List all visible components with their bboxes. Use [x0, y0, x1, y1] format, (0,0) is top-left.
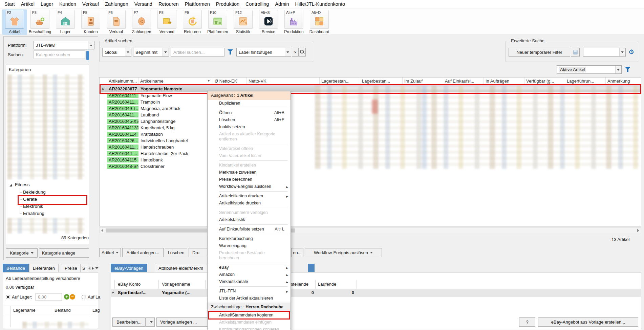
column-header[interactable]: Lagername — [13, 308, 36, 313]
new-temp-filter-button[interactable]: Neuer temporärer Filter — [509, 48, 570, 57]
table-h-scrollbar[interactable] — [99, 227, 641, 233]
column-header[interactable]: Lagerführun... — [565, 78, 606, 85]
context-menu-item[interactable]: Duplizieren — [208, 100, 291, 107]
tree-item-elektronik[interactable]: Elektronik — [23, 204, 43, 209]
tree-expander-icon[interactable] — [9, 184, 12, 186]
context-menu-item[interactable]: Artikelstatistik — [208, 216, 291, 223]
context-menu-item[interactable]: Produzierbare Bestände berechnen — [208, 249, 291, 262]
save-filter-button[interactable] — [571, 48, 580, 57]
tab-list-icon[interactable] — [95, 267, 99, 269]
platform-combo[interactable]: JTL-Wawi — [34, 41, 94, 49]
tab-scroll-right-icon[interactable] — [92, 267, 94, 270]
ribbon-button-lager[interactable]: F4 Lager — [53, 9, 78, 35]
menubar-item[interactable]: Hilfe/JTL-Kundenkonto — [292, 1, 348, 7]
context-menu-item[interactable]: Öffnen Alt+B — [208, 109, 291, 116]
context-menu-item[interactable]: eBay ▸ — [208, 264, 291, 271]
menubar-item[interactable]: Produktion — [213, 1, 242, 7]
menubar-item[interactable]: Artikel — [18, 1, 38, 7]
context-menu-item[interactable]: Workflow-Ereignis auslösen ▸ — [208, 183, 291, 190]
ribbon-button-zahlungen[interactable]: F7 € Zahlungen — [129, 9, 154, 35]
ribbon-button-dashboard[interactable]: Alt+D Dashboard — [307, 9, 332, 35]
column-header[interactable]: eBay Konto — [118, 282, 141, 287]
column-header[interactable]: Ø Netto-EK — [213, 78, 247, 85]
ribbon-button-plattformen[interactable]: F10 Plattformen — [205, 9, 230, 35]
context-menu-item[interactable]: Vom Vaterartikel lösen — [208, 152, 291, 159]
tree-item-geraete[interactable]: Geräte — [23, 197, 37, 202]
menubar-item[interactable]: Zahlungen — [102, 1, 131, 7]
column-header[interactable]: Bestand — [55, 308, 71, 313]
menubar-item[interactable]: Lager — [38, 1, 56, 7]
tab-clipped[interactable]: S — [80, 264, 87, 272]
ribbon-button-kunden[interactable]: F5 Kunden — [78, 9, 103, 35]
column-header[interactable]: Lagerbestan... — [320, 78, 360, 85]
ebay-template-row[interactable]: ▸ Sportbedarf... Yogamatte (... Yog 0 0 — [111, 289, 641, 297]
ribbon-button-statistik[interactable]: F12 % Statistik — [231, 9, 256, 35]
partially-hidden-button[interactable]: en... — [291, 248, 303, 257]
search-match-combo[interactable]: Beginnt mit — [133, 48, 169, 57]
active-filter-combo[interactable]: Aktive Artikel — [557, 65, 622, 74]
on-storage-radio[interactable] — [82, 295, 86, 299]
help-button[interactable]: ? — [519, 317, 535, 327]
context-menu-item[interactable]: JTL-FFN ▸ — [208, 288, 291, 295]
edit-template-dropdown[interactable] — [146, 317, 155, 327]
ribbon-button-versand[interactable]: F8 Versand — [154, 9, 179, 35]
active-filter-funnel-icon[interactable] — [625, 67, 630, 72]
tree-item-fitness[interactable]: Fitness — [15, 182, 30, 187]
column-header[interactable]: Verfügbar (g... — [524, 78, 565, 85]
create-offer-from-template-button[interactable]: eBay-Angebot aus Vorlage erstellen... — [538, 317, 638, 327]
column-header[interactable]: Auf Einkaufsl... — [443, 78, 484, 85]
menubar-item[interactable]: Verkauf — [79, 1, 102, 7]
context-menu-item[interactable]: Artikelhistorie drucken — [208, 200, 291, 207]
column-header[interactable]: stellende — [291, 282, 308, 287]
context-menu-item[interactable]: Merkmale zuweisen — [208, 169, 291, 176]
tab-scroll-left-icon[interactable] — [88, 267, 90, 270]
delete-article-button[interactable]: Löschen — [165, 248, 187, 257]
create-template-button[interactable]: Vorlage anlegen ... — [156, 317, 208, 327]
ribbon-button-verkauf[interactable]: F6 Verkauf — [104, 9, 129, 35]
context-menu-item[interactable]: Kindartikel erstellen — [208, 162, 291, 169]
context-menu-item[interactable]: Wareneingang — [208, 242, 291, 249]
column-header[interactable]: Lag — [92, 308, 100, 313]
context-menu-item[interactable]: Löschen Alt+E — [208, 116, 291, 124]
column-header[interactable]: In Aufträgen — [484, 78, 524, 85]
ribbon-button-produktion[interactable]: Alt+P Produktion — [281, 9, 306, 35]
ribbon-button-service[interactable]: Alt+S Service — [256, 9, 281, 35]
context-menu-item[interactable]: Vaterartikel öffnen — [208, 145, 291, 152]
column-header[interactable]: Vorlagenname — [162, 282, 190, 287]
decrease-icon[interactable]: − — [70, 294, 75, 300]
category-search-input[interactable] — [34, 50, 85, 59]
scroll-right-icon[interactable] — [637, 229, 639, 232]
menubar-item[interactable]: Start — [1, 1, 18, 7]
context-menu-item[interactable]: Seriennummern verfolgen — [208, 209, 291, 216]
search-label-button[interactable] — [299, 48, 306, 57]
tab-bestaende[interactable]: Bestände — [3, 264, 29, 272]
article-search-input[interactable] — [171, 48, 224, 57]
menubar-item[interactable]: Plattformen — [182, 1, 213, 7]
context-menu-item[interactable]: Auf Einkaufsliste setzen Alt+L — [208, 226, 291, 233]
filter-funnel-icon[interactable] — [228, 49, 233, 55]
clear-label-button[interactable]: × — [292, 48, 299, 57]
workflow-event-button[interactable]: Workflow-Ereignis auslösen — [305, 248, 382, 257]
context-menu-item[interactable]: Verkaufskanäle ▸ — [208, 278, 291, 285]
context-menu-item[interactable]: Artikel/Stammdaten kopieren — [208, 312, 291, 319]
context-menu-item[interactable]: Konfigurationsgruppen kopieren — [208, 326, 291, 330]
category-menu-button[interactable]: Kategorie — [6, 248, 38, 258]
context-menu-item[interactable]: Liste der Artikel aktualisieren — [208, 295, 291, 302]
context-menu-item[interactable]: Artikeletiketten drucken ▸ — [208, 193, 291, 200]
label-combo[interactable]: Label hinzufügen — [236, 48, 291, 57]
stock-amount-input[interactable] — [36, 293, 62, 301]
tab-ebay-vorlagen[interactable]: eBay-Vorlagen — [111, 264, 147, 272]
menubar-item[interactable]: Versand — [131, 1, 155, 7]
column-header[interactable]: Anmerkung — [606, 78, 641, 85]
tab-preise[interactable]: Preise — [61, 264, 81, 272]
context-menu-item[interactable]: Korrekturbuchung — [208, 235, 291, 242]
artikel-menu-button[interactable]: Artikel — [99, 248, 121, 257]
saved-filter-combo[interactable] — [583, 48, 626, 57]
edit-template-button[interactable]: Bearbeiten... — [112, 317, 146, 327]
increase-icon[interactable]: + — [64, 294, 69, 300]
context-menu-item[interactable]: Preise berechnen — [208, 176, 291, 183]
scroll-left-icon[interactable] — [101, 229, 103, 232]
context-menu-item[interactable]: Amazon ▸ — [208, 271, 291, 278]
ribbon-button-beschaffung[interactable]: F3 Beschaffung — [27, 9, 52, 35]
menubar-item[interactable]: Kunden — [56, 1, 79, 7]
